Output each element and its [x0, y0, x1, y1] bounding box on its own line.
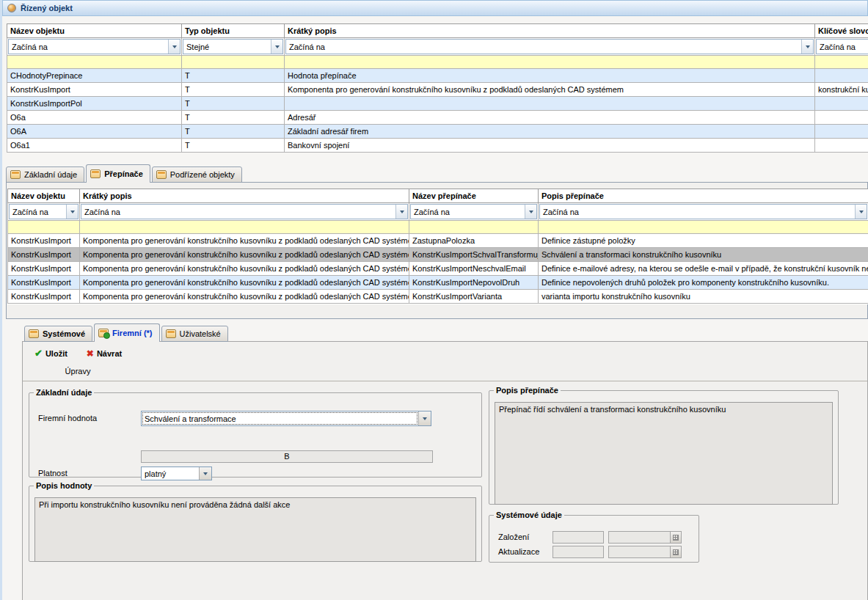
tab-uzivatelske[interactable]: Uživatelské — [161, 326, 228, 342]
cell: KonstrKusImport — [8, 276, 80, 290]
popis-prepinace-text: Přepínač řídí schválení a transformaci k… — [495, 402, 833, 505]
check-icon: ✔ — [34, 348, 43, 359]
chevron-down-icon[interactable] — [801, 40, 813, 54]
tab-podrizene-objekty[interactable]: Podřízené objekty — [152, 167, 242, 183]
cell — [815, 97, 868, 111]
chevron-down-icon[interactable] — [855, 205, 867, 219]
column-header-typ-objektu[interactable]: Typ objektu — [182, 24, 285, 38]
table-row[interactable]: KonstrKusImportPolT — [7, 97, 868, 111]
lookup-button[interactable] — [670, 532, 681, 543]
column-header-nazev-prepinace[interactable]: Název přepínače — [409, 189, 539, 203]
quick-filter-cell[interactable] — [285, 56, 815, 69]
table-row[interactable]: KonstrKusImportKomponenta pro generování… — [8, 262, 868, 276]
column-header-nazev-objektu[interactable]: Název objektu — [8, 189, 80, 203]
column-header-nazev-objektu[interactable]: Název objektu — [7, 24, 182, 38]
platnost-select[interactable]: platný — [141, 467, 212, 480]
table-row[interactable]: CHodnotyPrepinaceTHodnota přepínače — [7, 69, 868, 83]
filter-row: Začíná na Začíná na Začíná na Začíná na — [8, 203, 868, 221]
cell: Komponenta pro generování konstrukčního … — [80, 276, 409, 290]
groupbox-title: Popis hodnoty — [34, 481, 94, 490]
systemove-udaje-groupbox: Systémové údaje Založení Aktualizace — [489, 511, 699, 563]
cell: konstrukční kusovník — [815, 83, 868, 97]
tab-label: Firemní (*) — [112, 329, 152, 337]
filter-combo-typ[interactable]: Stejné — [182, 38, 285, 56]
cell: Definice e-mailové adresy, na kterou se … — [539, 262, 868, 276]
cell: T — [182, 83, 285, 97]
toolbar: ✔ Uložit ✖ Návrat — [32, 346, 125, 360]
cell: CHodnotyPrepinace — [7, 69, 182, 83]
filter-value: Začíná na — [81, 205, 395, 219]
tab-firemni[interactable]: Firemní (*) — [94, 323, 159, 342]
form-icon — [156, 170, 167, 179]
table-row[interactable]: O6aTAdresář — [7, 111, 868, 125]
column-header-kratky-popis[interactable]: Krátký popis — [285, 24, 815, 38]
lookup-button[interactable] — [670, 546, 681, 557]
table-row[interactable]: KonstrKusImportKomponenta pro generování… — [8, 276, 868, 290]
back-button-label: Návrat — [97, 349, 122, 358]
switches-grid: Název objektu Krátký popis Název přepína… — [7, 189, 868, 304]
cell — [815, 139, 868, 153]
quick-filter-cell[interactable] — [182, 56, 285, 69]
cell: KonstrKusImportVarianta — [409, 290, 539, 304]
firemni-hodnota-select[interactable]: Schválení a transformace — [141, 411, 431, 426]
filter-combo-nazev-prepinace[interactable]: Začíná na — [409, 203, 539, 221]
column-header-kratky-popis[interactable]: Krátký popis — [80, 189, 409, 203]
cell: Komponenta pro generování konstrukčního … — [80, 234, 409, 248]
zalozeni-user-field — [608, 531, 682, 544]
tab-label: Základní údaje — [24, 170, 77, 179]
quick-filter-cell[interactable] — [8, 221, 80, 234]
filter-combo-nazev[interactable]: Začíná na — [7, 38, 182, 56]
cell: O6A — [7, 125, 182, 139]
aktualizace-user-field — [608, 546, 682, 558]
grid-icon — [673, 549, 679, 555]
tab-systemove[interactable]: Systémové — [24, 326, 92, 342]
table-row-selected[interactable]: KonstrKusImportKomponenta pro generování… — [8, 248, 868, 262]
cell: KonstrKusImport — [8, 262, 80, 276]
groupbox-title: Popis přepínače — [494, 386, 561, 395]
popis-hodnoty-text: Při importu konstrukčního kusovníku není… — [34, 497, 476, 562]
form-icon — [29, 329, 39, 338]
chevron-down-icon[interactable] — [199, 467, 211, 480]
tab-prepinace[interactable]: Přepínače — [86, 164, 150, 183]
column-header-klicove-slovo[interactable]: Klíčové slovo — [815, 24, 868, 38]
tab-zakladni-udaje[interactable]: Základní údaje — [6, 167, 84, 183]
cell — [815, 125, 868, 139]
filter-value: Stejné — [183, 40, 271, 54]
form-icon — [166, 329, 176, 338]
chevron-down-icon[interactable] — [271, 40, 282, 54]
popis-prepinace-groupbox: Popis přepínače Přepínač řídí schválení … — [489, 386, 839, 505]
form-icon — [90, 169, 101, 178]
cell: T — [182, 97, 285, 111]
chevron-down-icon[interactable] — [168, 40, 180, 54]
table-row[interactable]: KonstrKusImportTKomponenta pro generován… — [7, 83, 868, 97]
quick-filter-cell[interactable] — [815, 56, 868, 69]
cell: Komponenta pro generování konstrukčního … — [80, 290, 409, 304]
table-row[interactable]: KonstrKusImportKomponenta pro generování… — [8, 290, 868, 304]
filter-combo-popis-prepinace[interactable]: Začíná na — [539, 203, 868, 221]
save-button[interactable]: ✔ Uložit — [32, 346, 70, 360]
filter-combo-klicove[interactable]: Začíná na — [815, 38, 868, 56]
table-row[interactable]: O6a1TBankovní spojení — [7, 139, 868, 153]
back-button[interactable]: ✖ Návrat — [84, 347, 125, 360]
table-row[interactable]: KonstrKusImportKomponenta pro generování… — [8, 234, 868, 248]
header-row: Název objektu Krátký popis Název přepína… — [8, 189, 868, 203]
cell: KonstrKusImport — [8, 290, 80, 304]
quick-filter-cell[interactable] — [409, 221, 539, 234]
chevron-down-icon[interactable] — [418, 411, 431, 425]
filter-value: Začíná na — [10, 205, 66, 219]
filter-value: Začíná na — [286, 40, 801, 54]
filter-combo-popis[interactable]: Začíná na — [285, 38, 815, 56]
cell: T — [182, 69, 285, 83]
chevron-down-icon[interactable] — [66, 205, 78, 219]
chevron-down-icon[interactable] — [395, 205, 407, 219]
tab-label: Přepínače — [104, 169, 143, 178]
cell: Bankovní spojení — [285, 139, 815, 153]
filter-combo-popis[interactable]: Začíná na — [80, 203, 409, 221]
quick-filter-cell[interactable] — [7, 56, 182, 69]
quick-filter-cell[interactable] — [539, 221, 868, 234]
quick-filter-cell[interactable] — [80, 221, 409, 234]
filter-combo-nazev[interactable]: Začíná na — [8, 203, 80, 221]
column-header-popis-prepinace[interactable]: Popis přepínače — [539, 189, 868, 203]
table-row[interactable]: O6ATZákladní adresář firem — [7, 125, 868, 139]
chevron-down-icon[interactable] — [525, 205, 536, 219]
